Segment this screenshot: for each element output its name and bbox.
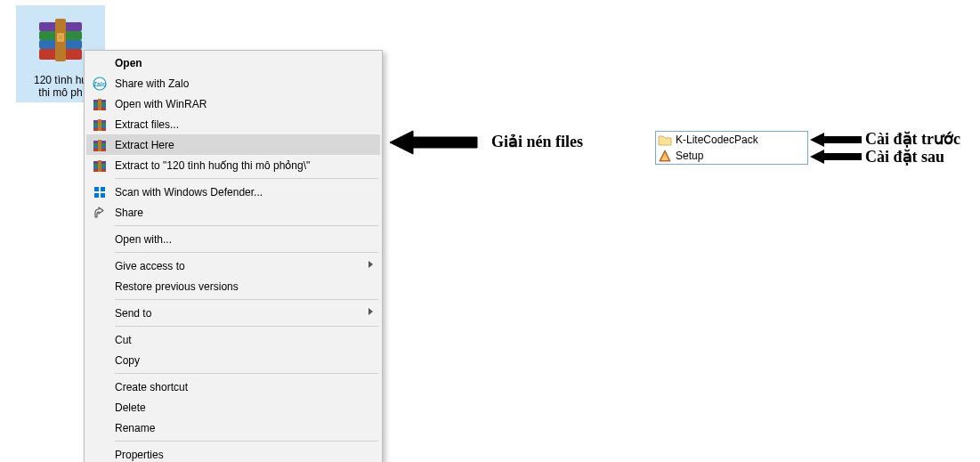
menu-separator: [115, 299, 378, 300]
annotation-extract: Giải nén files: [491, 132, 583, 151]
menu-item-label: Create shortcut: [115, 381, 188, 393]
menu-item[interactable]: Extract Here: [86, 134, 380, 155]
file-name-label: K-LiteCodecPack: [676, 134, 758, 146]
arrow-annotation-icon: [390, 129, 479, 156]
menu-item-label: Open with WinRAR: [115, 98, 207, 110]
menu-item[interactable]: Cut: [86, 329, 380, 350]
menu-separator: [115, 178, 378, 179]
menu-separator: [115, 225, 378, 226]
rar-icon: [92, 158, 108, 174]
menu-item-label: Open: [115, 57, 142, 69]
arrow-annotation-icon: [810, 132, 863, 148]
menu-item-label: Extract to "120 tình huống thi mô phỏng\…: [115, 159, 310, 172]
menu-item[interactable]: ZaloShare with Zalo: [86, 73, 380, 93]
menu-item-label: Give access to: [115, 260, 185, 272]
menu-item[interactable]: Create shortcut: [86, 377, 380, 397]
menu-item[interactable]: Delete: [86, 397, 380, 417]
menu-item-label: Extract files...: [115, 118, 179, 131]
svg-text:Zalo: Zalo: [93, 81, 106, 87]
folder-icon: [658, 133, 672, 147]
menu-item[interactable]: Open with WinRAR: [86, 93, 380, 114]
svg-marker-33: [390, 131, 477, 154]
menu-item[interactable]: Properties: [86, 444, 380, 462]
menu-separator: [115, 326, 378, 327]
menu-item-label: Share: [115, 207, 143, 219]
svg-marker-34: [810, 133, 862, 147]
svg-rect-13: [98, 99, 101, 110]
annotation-folder: Cài đặt trước: [865, 129, 960, 149]
menu-item-label: Extract Here: [115, 139, 174, 151]
list-item[interactable]: Setup: [656, 148, 807, 164]
menu-item[interactable]: Copy: [86, 350, 380, 370]
menu-item[interactable]: Rename: [86, 417, 380, 438]
zalo-icon: Zalo: [92, 76, 108, 92]
menu-separator: [115, 373, 378, 374]
svg-rect-32: [101, 193, 105, 198]
svg-marker-35: [810, 150, 862, 164]
menu-item[interactable]: Extract to "120 tình huống thi mô phỏng\…: [86, 155, 380, 175]
menu-item-label: Share with Zalo: [115, 77, 189, 90]
rar-icon: [92, 117, 108, 133]
list-item[interactable]: K-LiteCodecPack: [656, 132, 807, 148]
rar-icon: [92, 137, 108, 153]
menu-item[interactable]: Send to: [86, 303, 380, 323]
svg-rect-18: [98, 119, 101, 131]
svg-rect-6: [59, 36, 62, 39]
menu-item[interactable]: Give access to: [86, 255, 380, 276]
chevron-right-icon: [369, 308, 373, 315]
menu-item[interactable]: Scan with Windows Defender...: [86, 182, 380, 202]
menu-separator: [115, 252, 378, 253]
rar-icon: [92, 96, 108, 112]
file-name-label: Setup: [676, 150, 703, 162]
chevron-right-icon: [369, 261, 373, 268]
menu-item-label: Copy: [115, 354, 140, 367]
svg-rect-31: [94, 193, 99, 198]
share-icon: [92, 205, 108, 221]
menu-item[interactable]: Extract files...: [86, 114, 380, 134]
menu-item-label: Rename: [115, 422, 155, 434]
svg-rect-29: [94, 187, 99, 191]
svg-rect-23: [98, 140, 101, 151]
menu-item-label: Delete: [115, 401, 146, 414]
menu-item[interactable]: Share: [86, 202, 380, 223]
annotation-setup: Cài đặt sau: [865, 147, 944, 166]
defender-icon: [92, 184, 108, 200]
menu-item-label: Scan with Windows Defender...: [115, 186, 263, 199]
menu-item-label: Cut: [115, 334, 132, 346]
menu-item-label: Send to: [115, 307, 151, 320]
context-menu: OpenZaloShare with ZaloOpen with WinRARE…: [84, 50, 383, 462]
menu-item[interactable]: Restore previous versions: [86, 276, 380, 296]
menu-item[interactable]: Open with...: [86, 229, 380, 249]
menu-item-label: Properties: [115, 449, 164, 461]
file-list-panel: K-LiteCodecPackSetup: [655, 131, 808, 165]
menu-item-label: Restore previous versions: [115, 280, 239, 293]
menu-item-label: Open with...: [115, 233, 172, 246]
menu-separator: [115, 441, 378, 442]
svg-rect-30: [101, 187, 105, 191]
svg-rect-28: [98, 160, 101, 172]
application-icon: [658, 149, 672, 163]
arrow-annotation-icon: [810, 149, 863, 165]
menu-item[interactable]: Open: [86, 53, 380, 73]
